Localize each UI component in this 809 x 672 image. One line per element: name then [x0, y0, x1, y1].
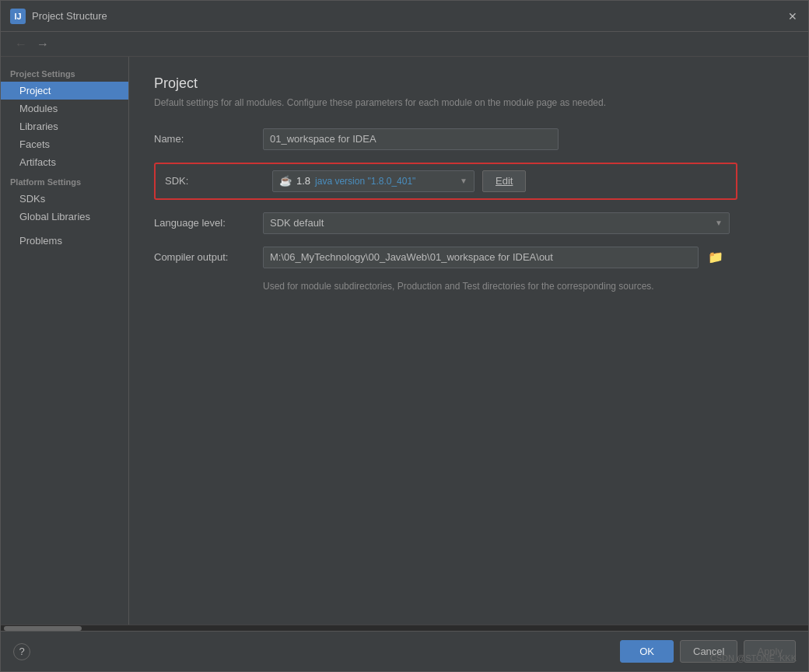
sdk-label: SDK:	[165, 175, 264, 187]
compiler-output-input[interactable]	[263, 247, 699, 268]
forward-button[interactable]: →	[32, 38, 54, 51]
folder-icon: 📁	[708, 250, 723, 264]
language-level-label: Language level:	[154, 217, 263, 229]
chevron-down-icon: ▼	[460, 177, 468, 185]
language-level-chevron-icon: ▼	[715, 219, 723, 227]
close-button[interactable]: ✕	[786, 10, 799, 23]
sidebar-item-problems[interactable]: Problems	[1, 232, 128, 250]
sdk-version: 1.8	[296, 175, 310, 187]
main-content: Project Default settings for all modules…	[129, 57, 808, 625]
name-input[interactable]	[263, 128, 559, 150]
sdk-edit-button[interactable]: Edit	[482, 170, 526, 192]
name-row: Name:	[154, 128, 783, 150]
platform-settings-label: Platform Settings	[1, 171, 128, 190]
sidebar-item-libraries[interactable]: Libraries	[1, 117, 128, 135]
app-icon: IJ	[10, 9, 26, 24]
page-description: Default settings for all modules. Config…	[154, 96, 783, 110]
sdk-full-version: java version "1.8.0_401"	[315, 176, 415, 187]
language-level-dropdown[interactable]: SDK default ▼	[263, 212, 730, 234]
sidebar-item-sdks[interactable]: SDKs	[1, 190, 128, 208]
sidebar-item-facets[interactable]: Facets	[1, 135, 128, 153]
sidebar-item-modules[interactable]: Modules	[1, 100, 128, 117]
watermark: CSDN @STONE_KKK	[710, 653, 797, 663]
titlebar: IJ Project Structure ✕	[1, 1, 808, 32]
sdk-row: SDK: ☕ 1.8 java version "1.8.0_401" ▼ E	[154, 163, 783, 200]
compiler-row: 📁	[263, 247, 727, 268]
window-title: Project Structure	[32, 10, 786, 22]
project-structure-dialog: IJ Project Structure ✕ ← → Project Setti…	[0, 0, 809, 672]
language-level-row: Language level: SDK default ▼	[154, 212, 783, 234]
sdk-java-icon: ☕	[279, 175, 292, 187]
sidebar-item-artifacts[interactable]: Artifacts	[1, 153, 128, 171]
name-field-container	[263, 128, 783, 150]
sidebar-item-global-libraries[interactable]: Global Libraries	[1, 208, 128, 226]
ok-button[interactable]: OK	[620, 640, 674, 663]
name-label: Name:	[154, 133, 263, 145]
compiler-output-row: Compiler output: 📁	[154, 247, 783, 268]
folder-browse-button[interactable]: 📁	[705, 248, 727, 266]
back-button[interactable]: ←	[10, 38, 32, 51]
sdk-dropdown[interactable]: ☕ 1.8 java version "1.8.0_401" ▼	[272, 170, 475, 192]
horizontal-scrollbar[interactable]	[1, 625, 808, 631]
sidebar-item-project[interactable]: Project	[1, 82, 128, 100]
language-level-value: SDK default	[270, 217, 324, 229]
page-title: Project	[154, 75, 783, 92]
project-settings-label: Project Settings	[1, 63, 128, 82]
nav-bar: ← →	[1, 32, 808, 57]
compiler-hint: Used for module subdirectories, Producti…	[263, 281, 783, 292]
content-area: Project Settings Project Modules Librari…	[1, 57, 808, 625]
scrollbar-thumb[interactable]	[4, 626, 82, 631]
footer: ? OK Cancel Apply	[1, 631, 808, 671]
help-button[interactable]: ?	[13, 643, 30, 660]
compiler-output-label: Compiler output:	[154, 251, 263, 263]
sidebar: Project Settings Project Modules Librari…	[1, 57, 129, 625]
